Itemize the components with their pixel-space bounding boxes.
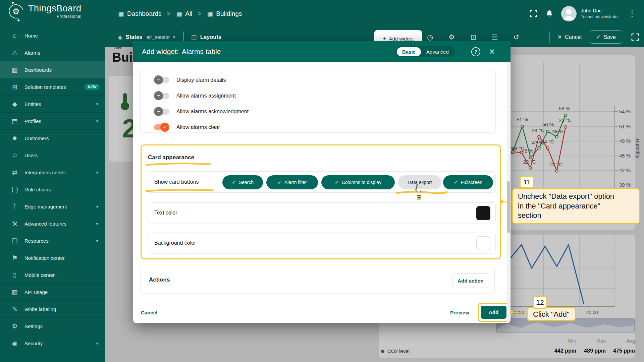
basic-mode-tab[interactable]: Basic xyxy=(397,47,421,56)
fullscreen-icon[interactable] xyxy=(529,9,538,18)
toggle-off[interactable]: − xyxy=(154,93,169,99)
sidebar-item-label: Rule chains xyxy=(24,187,51,192)
filter-icon[interactable]: ☰ xyxy=(492,33,498,41)
save-dashboard-button[interactable]: ✓Save xyxy=(590,31,622,44)
states-group[interactable]: ◈ States air_sensor ▼ xyxy=(118,34,176,41)
chip-label: Fullscreen xyxy=(461,180,483,185)
toggle-row-2[interactable]: −Allow alarms acknowledgment xyxy=(141,104,495,119)
breadcrumb-label: Dashboards xyxy=(127,10,161,17)
sidebar-item-settings[interactable]: ⚙Settings xyxy=(0,318,105,335)
toggle-off[interactable]: − xyxy=(154,108,169,115)
chip-search[interactable]: ✓Search xyxy=(222,175,263,189)
advanced-features-icon: ⚒ xyxy=(10,220,19,228)
check-icon: ✓ xyxy=(596,34,600,40)
sidebar-item-dashboards[interactable]: ▦Dashboards xyxy=(0,61,105,78)
security-icon: ◉ xyxy=(10,340,19,347)
sidebar-item-label: Profiles xyxy=(24,118,41,124)
background-color-label: Background color xyxy=(154,240,196,246)
sidebar-item-entities[interactable]: ◆Entities▾ xyxy=(0,96,105,113)
cancel-button[interactable]: Cancel xyxy=(141,310,157,315)
sidebar-item-notification-center[interactable]: ⚑Notification center xyxy=(0,249,105,266)
sidebar-item-white-labeling[interactable]: ✎White labeling xyxy=(0,301,105,318)
time-window-icon[interactable]: ◷ xyxy=(427,33,433,41)
toggle-row-3[interactable]: ✓Allow alarms clear xyxy=(141,119,495,135)
chevron-down-icon: ▾ xyxy=(96,204,98,209)
api-usage-icon: ▥ xyxy=(10,288,19,296)
new-badge: NEW xyxy=(85,84,100,90)
text-color-label: Text color xyxy=(154,210,177,216)
sidebar-item-label: Customers xyxy=(24,135,49,141)
toggle-off[interactable]: − xyxy=(154,77,169,83)
text-color-swatch[interactable] xyxy=(476,206,490,220)
version-history-icon[interactable]: ↺ xyxy=(514,33,520,41)
sidebar-item-label: Security xyxy=(24,341,43,346)
sidebar-item-security[interactable]: ◉Security▾ xyxy=(0,335,105,352)
brand-subtitle: Professional xyxy=(28,14,82,19)
fullscreen-icon[interactable] xyxy=(631,33,639,41)
chip-alarm-filter[interactable]: ✓Alarm filter xyxy=(266,175,318,189)
toggle-label: Display alarm details xyxy=(176,77,226,83)
chip-fullscreen[interactable]: ✓Fullscreen xyxy=(443,175,493,189)
user-name: John Doe xyxy=(581,8,619,13)
sidebar-item-advanced-features[interactable]: ⚒Advanced features▾ xyxy=(0,215,105,232)
sidebar-item-label: Solution templates xyxy=(24,84,66,90)
actions-label: Actions xyxy=(149,277,170,283)
screenshot-icon[interactable]: ⊡ xyxy=(470,33,476,41)
sidebar-item-api-usage[interactable]: ▥API usage xyxy=(0,284,105,301)
sidebar-nav: ⌂Home⚠Alarms▦Dashboards⊞Solution templat… xyxy=(0,27,105,362)
sidebar-item-mobile-center[interactable]: ▯Mobile center xyxy=(0,266,105,284)
sidebar-item-edge-management[interactable]: ᛉEdge management▾ xyxy=(0,198,105,215)
sidebar-item-profiles[interactable]: ▤Profiles▾ xyxy=(0,113,105,130)
users-icon: ☺ xyxy=(10,152,19,159)
toggle-row-1[interactable]: −Allow alarms assignment xyxy=(141,88,495,104)
help-button[interactable]: ? xyxy=(471,47,480,56)
sidebar-item-users[interactable]: ☺Users xyxy=(0,147,105,164)
check-icon: ✓ xyxy=(335,180,339,185)
sidebar-item-label: Mobile center xyxy=(24,272,55,278)
layouts-button[interactable]: ◫ Layouts xyxy=(191,34,221,41)
click-indicator xyxy=(417,195,421,199)
dashboard-settings-icon[interactable]: ⚙ xyxy=(448,33,455,41)
annotation-step-11: Uncheck "Data export" optionin the "Card… xyxy=(512,188,640,224)
check-icon: ✓ xyxy=(454,180,458,185)
breadcrumb-dashboards[interactable]: ▦Dashboards xyxy=(118,10,161,17)
chevron-down-icon: ▾ xyxy=(96,170,98,175)
background-color-swatch[interactable] xyxy=(476,236,490,250)
scrollbar-thumb[interactable] xyxy=(507,181,510,233)
chevron-down-icon: ▼ xyxy=(172,35,176,39)
edge-management-icon: ᛉ xyxy=(10,203,19,210)
chip-label: Alarm filter xyxy=(284,180,307,185)
sidebar-item-label: API usage xyxy=(24,289,48,295)
user-menu[interactable]: John Doe Tenant administrator xyxy=(561,6,619,21)
breadcrumb-buildings[interactable]: ▦Buildings xyxy=(207,10,242,17)
advanced-mode-tab[interactable]: Advanced xyxy=(421,47,454,56)
close-dialog-icon[interactable]: × xyxy=(489,47,495,56)
sidebar-item-label: Edge management xyxy=(24,204,67,209)
sidebar-item-alarms[interactable]: ⚠Alarms xyxy=(0,44,105,61)
add-action-button[interactable]: Add action xyxy=(452,273,489,288)
breadcrumb-all[interactable]: ▦All xyxy=(176,10,192,17)
more-menu-icon[interactable]: ⋮ xyxy=(626,9,638,18)
sidebar-item-integrations-center[interactable]: ⇄Integrations center▾ xyxy=(0,164,105,181)
sidebar-item-home[interactable]: ⌂Home xyxy=(0,27,105,44)
text-color-row: Text color xyxy=(148,202,496,223)
sidebar-item-customers[interactable]: ☻Customers xyxy=(0,130,105,147)
breadcrumb-separator: > xyxy=(198,10,201,17)
chip-columns-to-display[interactable]: ✓Columns to display xyxy=(321,175,395,189)
sidebar-item-rule-chains[interactable]: ⟨·⟩Rule chains xyxy=(0,181,105,198)
sidebar-item-label: Entities xyxy=(24,101,41,107)
chip-label: Search xyxy=(239,180,254,185)
preview-button[interactable]: Preview xyxy=(450,310,469,315)
mouse-cursor-icon xyxy=(414,184,423,194)
sidebar-item-resources[interactable]: ❏Resources▾ xyxy=(0,232,105,249)
app-logo[interactable]: ⚙ ThingsBoard Professional xyxy=(9,4,82,19)
alarms-icon: ⚠ xyxy=(10,49,19,57)
toggle-row-0[interactable]: −Display alarm details xyxy=(141,72,495,88)
sidebar-item-solution-templates[interactable]: ⊞Solution templatesNEW xyxy=(0,78,105,96)
notifications-bell-icon[interactable] xyxy=(545,9,554,18)
add-button[interactable]: Add xyxy=(481,306,506,319)
cancel-dashboard-button[interactable]: ✕Cancel xyxy=(557,34,582,40)
toggle-on[interactable]: ✓ xyxy=(154,124,169,131)
breadcrumb-label: All xyxy=(185,10,192,17)
white-labeling-icon: ✎ xyxy=(10,305,19,313)
